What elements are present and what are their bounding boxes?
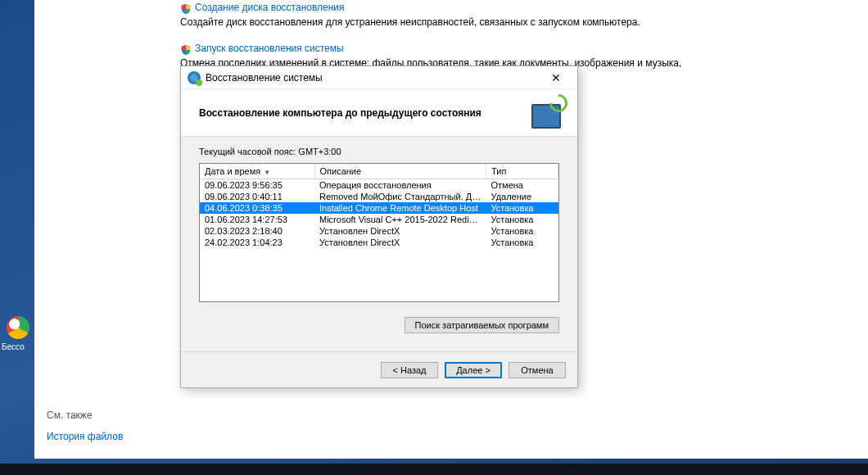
chrome-icon [7,316,29,339]
cell-description: Установлен DirectX [314,237,486,248]
col-type[interactable]: Тип [486,164,558,179]
search-affected-programs-button[interactable]: Поиск затрагиваемых программ [405,317,559,333]
taskbar[interactable] [0,464,868,475]
wizard-footer: < Назад Далее > Отмена [181,351,577,387]
cell-description: Microsoft Visual C++ 2015-2022 Redistrib… [314,214,486,225]
restore-illustration-icon [528,96,566,130]
restore-points-table[interactable]: Дата и время▼ Описание Тип 09.06.2023 9:… [199,163,559,302]
cell-description: Операция восстановления [314,179,486,192]
system-restore-icon [188,71,201,84]
chrome-tab-label: Бессо [0,342,33,351]
col-description[interactable]: Описание [314,164,486,179]
cell-type: Установка [486,202,558,214]
table-row[interactable]: 24.02.2023 1:04:23Установлен DirectXУста… [200,237,558,248]
cell-datetime: 04.06.2023 0:38:35 [200,202,314,214]
close-button[interactable]: ✕ [540,69,572,87]
cell-datetime: 09.06.2023 9:56:35 [200,179,314,192]
timezone-label: Текущий часовой пояс: GMT+3:00 [199,147,559,156]
cell-datetime: 02.03.2023 2:18:40 [200,225,314,237]
cell-type: Установка [486,237,558,248]
table-row[interactable]: 09.06.2023 0:40:11Removed МойОфис Станда… [200,191,558,202]
desktop: Создание диска восстановления Создайте д… [0,0,868,475]
cell-datetime: 24.02.2023 1:04:23 [200,237,314,248]
system-restore-wizard: Восстановление системы ✕ Восстановление … [180,66,578,388]
see-also-label: См. также [47,409,123,421]
start-system-restore-link[interactable]: Запуск восстановления системы [195,43,344,56]
cell-type: Установка [486,214,558,225]
table-row[interactable]: 09.06.2023 9:56:35Операция восстановлени… [200,179,558,192]
cell-type: Установка [486,225,558,237]
cell-type: Удаление [486,191,558,202]
col-datetime[interactable]: Дата и время▼ [200,164,314,179]
wizard-header: Восстановление компьютера до предыдущего… [181,89,577,137]
table-row[interactable]: 04.06.2023 0:38:35Installed Chrome Remot… [200,202,558,214]
uac-shield-icon [180,3,192,15]
cancel-button[interactable]: Отмена [509,362,566,378]
cell-description: Removed МойОфис Стандартный. Домашняя … [314,191,486,202]
cell-description: Установлен DirectX [314,225,486,237]
create-recovery-disk-link[interactable]: Создание диска восстановления [195,2,345,15]
wizard-titlebar[interactable]: Восстановление системы ✕ [181,66,577,89]
wizard-header-title: Восстановление компьютера до предыдущего… [199,107,528,119]
chrome-window-fragment: Бессо [0,311,33,369]
cell-datetime: 09.06.2023 0:40:11 [200,191,314,202]
cell-description: Installed Chrome Remote Desktop Host [314,202,486,214]
file-history-link[interactable]: История файлов [47,431,123,442]
cell-datetime: 01.06.2023 14:27:53 [200,214,314,225]
table-row[interactable]: 02.03.2023 2:18:40Установлен DirectXУста… [200,225,558,237]
table-row[interactable]: 01.06.2023 14:27:53Microsoft Visual C++ … [200,214,558,225]
back-button[interactable]: < Назад [381,362,438,378]
sort-desc-icon: ▼ [264,169,270,176]
wizard-window-title: Восстановление системы [206,72,323,84]
create-recovery-disk-desc: Создайте диск восстановления для устране… [180,16,704,29]
uac-shield-icon [180,44,192,56]
next-button[interactable]: Далее > [445,362,502,378]
wizard-content: Текущий часовой пояс: GMT+3:00 Дата и вр… [181,137,577,351]
control-panel-footer: См. также История файлов [47,409,123,442]
close-icon: ✕ [551,71,561,84]
cell-type: Отмена [486,179,558,192]
